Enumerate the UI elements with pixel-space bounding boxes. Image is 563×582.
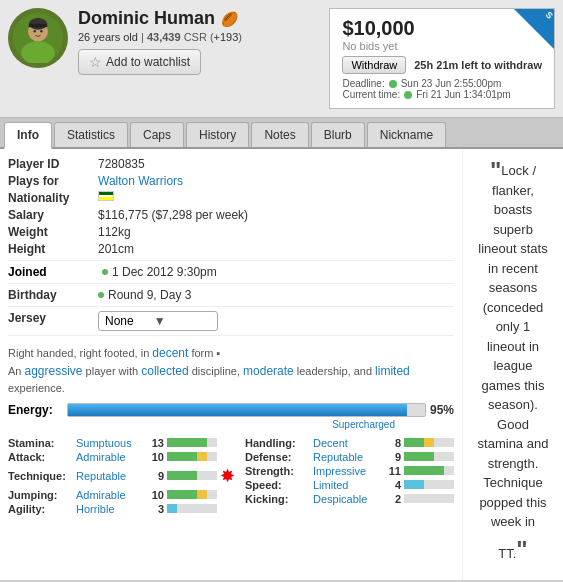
stat-row-right-3: Speed: Limited 4 <box>245 479 454 491</box>
jersey-dropdown[interactable]: None ▼ <box>98 311 218 331</box>
collected-link[interactable]: collected <box>141 364 188 378</box>
stat-row-right-0: Handling: Decent 8 <box>245 437 454 449</box>
left-panel: Player ID 7280835 Plays for Walton Warri… <box>0 149 463 580</box>
add-to-watchlist-button[interactable]: ☆ Add to watchlist <box>78 49 201 75</box>
tab-caps[interactable]: Caps <box>130 122 184 147</box>
stats-grid: Stamina: Sumptuous 13 Attack: Admirable … <box>8 437 454 517</box>
stat-row-right-2: Strength: Impressive 11 <box>245 465 454 477</box>
svg-point-5 <box>33 30 36 33</box>
bid-actions: Withdraw 25h 21m left to withdraw <box>342 56 542 74</box>
divider-4 <box>8 335 454 336</box>
current-time-row: Current time: Fri 21 Jun 1:34:01pm <box>342 89 542 100</box>
withdraw-button[interactable]: Withdraw <box>342 56 406 74</box>
energy-label: Energy: <box>8 403 63 417</box>
supercharged-label: Supercharged <box>332 419 395 430</box>
stat-row-left-4: Agility: Horrible 3 <box>8 503 235 515</box>
bid-box: S $10,000 No bids yet Withdraw 25h 21m l… <box>329 8 555 109</box>
watchlist-icon: ☆ <box>89 54 102 70</box>
nationality-flag <box>98 191 114 201</box>
jersey-row: Jersey None ▼ <box>8 311 454 331</box>
plays-for-link[interactable]: Walton Warriors <box>98 174 183 188</box>
tab-nickname[interactable]: Nickname <box>367 122 446 147</box>
tab-bar: Info Statistics Caps History Notes Blurb… <box>0 118 563 149</box>
quote-text: "Lock / flanker, boasts superb lineout s… <box>475 161 551 568</box>
stats-right-col: Handling: Decent 8 Defense: Reputable 9 … <box>245 437 454 517</box>
form-text: Right handed, right footed, in decent fo… <box>8 344 454 397</box>
player-header: Dominic Human 🏉 26 years old | 43,439 CS… <box>0 0 563 118</box>
player-meta: 26 years old | 43,439 CSR (+193) <box>78 31 319 43</box>
salary-row: Salary $116,775 ($7,298 per week) <box>8 208 454 222</box>
stat-row-left-2: Technique: Reputable 9 ✸ <box>8 465 235 487</box>
birthday-row: Birthday Round 9, Day 3 <box>8 288 454 302</box>
weight-row: Weight 112kg <box>8 225 454 239</box>
dropdown-arrow-icon: ▼ <box>154 314 166 328</box>
close-quote: " <box>516 536 527 563</box>
deadline-row: Deadline: Sun 23 Jun 2:55:00pm <box>342 78 542 89</box>
energy-bar-fill <box>68 404 407 416</box>
tab-statistics[interactable]: Statistics <box>54 122 128 147</box>
divider-1 <box>8 260 454 261</box>
svg-point-3 <box>29 18 47 30</box>
stat-row-right-4: Kicking: Despicable 2 <box>245 493 454 505</box>
divider-3 <box>8 306 454 307</box>
plays-for-row: Plays for Walton Warriors <box>8 174 454 188</box>
energy-section: Energy: Supercharged 95% <box>8 403 454 417</box>
joined-row: Joined 1 Dec 2012 9:30pm <box>8 265 454 279</box>
moderate-link[interactable]: moderate <box>243 364 294 378</box>
starburst-icon: ✸ <box>220 465 235 487</box>
stat-row-left-3: Jumping: Admirable 10 <box>8 489 235 501</box>
stats-left-col: Stamina: Sumptuous 13 Attack: Admirable … <box>8 437 235 517</box>
joined-dot <box>102 269 108 275</box>
energy-bar: Supercharged <box>67 403 426 417</box>
birthday-dot <box>98 292 104 298</box>
player-info: Dominic Human 🏉 26 years old | 43,439 CS… <box>78 8 319 75</box>
main-content: Player ID 7280835 Plays for Walton Warri… <box>0 149 563 580</box>
svg-rect-4 <box>29 24 47 27</box>
aggressive-link[interactable]: aggressive <box>25 364 83 378</box>
deadline-dot <box>389 80 397 88</box>
right-panel: "Lock / flanker, boasts superb lineout s… <box>463 149 563 580</box>
corner-ribbon: S <box>514 9 554 49</box>
player-flag-icon: 🏉 <box>221 11 238 27</box>
tab-history[interactable]: History <box>186 122 249 147</box>
divider-2 <box>8 283 454 284</box>
tab-info[interactable]: Info <box>4 122 52 149</box>
stat-row-right-1: Defense: Reputable 9 <box>245 451 454 463</box>
player-id-row: Player ID 7280835 <box>8 157 454 171</box>
tab-notes[interactable]: Notes <box>251 122 308 147</box>
bid-price: $10,000 <box>342 17 542 40</box>
stat-row-left-1: Attack: Admirable 10 <box>8 451 235 463</box>
nationality-row: Nationality <box>8 191 454 205</box>
height-row: Height 201cm <box>8 242 454 256</box>
open-quote: " <box>490 157 501 184</box>
svg-point-6 <box>40 30 43 33</box>
form-link[interactable]: decent <box>152 346 188 360</box>
current-time-dot <box>404 91 412 99</box>
player-name: Dominic Human 🏉 <box>78 8 319 29</box>
limited-link[interactable]: limited <box>375 364 410 378</box>
avatar <box>8 8 68 68</box>
stat-row-left-0: Stamina: Sumptuous 13 <box>8 437 235 449</box>
main-container: Dominic Human 🏉 26 years old | 43,439 CS… <box>0 0 563 580</box>
time-left: 25h 21m left to withdraw <box>414 59 542 71</box>
tab-blurb[interactable]: Blurb <box>311 122 365 147</box>
energy-pct: 95% <box>430 403 454 417</box>
no-bids-text: No bids yet <box>342 40 542 52</box>
